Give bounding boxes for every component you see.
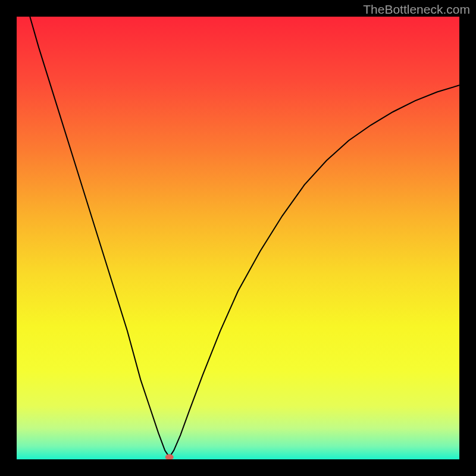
watermark-text: TheBottleneck.com [363,2,470,17]
gradient-background [17,17,459,459]
chart-frame: TheBottleneck.com [0,0,476,476]
chart-svg [17,17,459,459]
plot-area [17,17,459,459]
